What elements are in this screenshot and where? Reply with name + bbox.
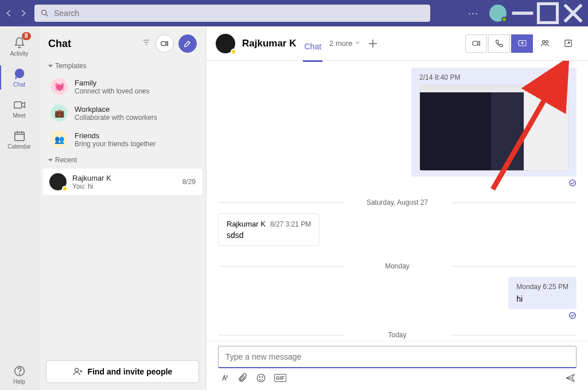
rail-activity[interactable]: 8 Activity <box>0 31 39 62</box>
format-icon[interactable] <box>219 373 229 383</box>
read-receipt-icon <box>568 311 577 322</box>
template-family[interactable]: 💓 FamilyConnect with loved ones <box>39 73 206 100</box>
tab-chat[interactable]: Chat <box>303 32 322 62</box>
chat-icon <box>13 68 26 80</box>
message-input[interactable] <box>218 346 577 368</box>
tab-more[interactable]: 2 more <box>329 39 360 48</box>
filter-button[interactable] <box>142 38 151 49</box>
status-away-icon <box>231 49 236 54</box>
presence-indicator <box>501 17 507 22</box>
svg-point-19 <box>259 377 260 378</box>
video-icon <box>472 38 481 48</box>
svg-rect-3 <box>14 102 21 108</box>
message-list: 2/14 8:40 PM Saturday, August 27 Rajkuma… <box>207 61 588 341</box>
search-icon <box>40 9 49 18</box>
profile-avatar[interactable] <box>489 5 507 22</box>
svg-point-18 <box>257 374 265 382</box>
avatar <box>216 34 235 53</box>
back-button[interactable] <box>2 6 16 20</box>
compose-area: GIF <box>207 341 588 390</box>
people-icon <box>540 38 550 48</box>
help-icon <box>13 365 26 377</box>
chevron-down-icon <box>355 40 360 46</box>
calendar-icon <box>13 130 26 142</box>
read-receipt-icon <box>568 179 577 189</box>
message-outgoing[interactable]: 2/14 8:40 PM <box>218 68 577 189</box>
video-icon <box>13 99 26 111</box>
share-screen-icon <box>517 38 527 48</box>
invite-icon <box>73 366 83 377</box>
rail-chat[interactable]: Chat <box>0 62 39 93</box>
search-box[interactable] <box>34 5 430 22</box>
popout-icon <box>563 38 573 48</box>
maximize-button[interactable] <box>535 0 560 26</box>
svg-point-2 <box>14 68 24 77</box>
svg-point-20 <box>262 377 263 378</box>
family-icon: 💓 <box>50 78 68 95</box>
find-invite-button[interactable]: Find and invite people <box>46 360 199 383</box>
svg-rect-1 <box>539 4 558 23</box>
svg-rect-4 <box>14 132 24 141</box>
chat-sidebar: Chat Templates 💓 FamilyConnect with love… <box>39 26 207 390</box>
add-tab-button[interactable] <box>367 38 379 49</box>
more-button[interactable]: ··· <box>461 0 486 26</box>
chevron-down-icon <box>48 64 53 68</box>
template-workplace[interactable]: 💼 WorkplaceCollaborate with coworkers <box>39 100 206 126</box>
close-button[interactable] <box>560 0 586 26</box>
svg-point-6 <box>19 373 20 374</box>
forward-button[interactable] <box>16 6 30 20</box>
svg-rect-7 <box>161 42 166 46</box>
conversation-pane: Rajkumar K Chat 2 more 2/14 8:40 PM <box>207 26 588 390</box>
svg-rect-9 <box>473 41 478 45</box>
workplace-icon: 💼 <box>50 104 68 122</box>
date-divider: Saturday, August 27 <box>218 198 577 206</box>
template-friends[interactable]: 👥 FriendsBring your friends together <box>39 126 206 153</box>
svg-point-12 <box>546 41 548 43</box>
gif-icon[interactable]: GIF <box>274 374 286 382</box>
message-body: hi <box>516 294 568 303</box>
svg-point-8 <box>75 368 78 372</box>
message-timestamp: 8/27 3:21 PM <box>270 220 311 228</box>
avatar <box>49 173 67 190</box>
message-body: sdsd <box>227 231 311 240</box>
sidebar-title: Chat <box>48 38 137 50</box>
message-timestamp: Monday 6:25 PM <box>516 283 568 291</box>
search-input[interactable] <box>54 9 425 18</box>
phone-icon <box>494 38 504 48</box>
video-call-button[interactable] <box>465 34 487 53</box>
message-timestamp: 2/14 8:40 PM <box>419 73 568 81</box>
rail-calendar[interactable]: Calendar <box>0 124 39 155</box>
sender-name: Rajkumar K <box>227 220 266 228</box>
meet-now-button[interactable] <box>155 34 174 53</box>
message-outgoing[interactable]: Monday 6:25 PM hi <box>218 277 577 322</box>
activity-badge: 8 <box>22 32 31 40</box>
emoji-icon[interactable] <box>256 373 266 383</box>
send-button[interactable] <box>565 373 575 383</box>
conversation-header: Rajkumar K Chat 2 more <box>207 26 588 61</box>
chat-item[interactable]: Rajkumar KYou: hi 8/29 <box>42 169 203 195</box>
chevron-down-icon <box>48 158 53 162</box>
audio-call-button[interactable] <box>488 34 510 53</box>
screen-share-button[interactable] <box>511 34 533 53</box>
minimize-button[interactable] <box>510 0 535 26</box>
svg-point-0 <box>42 10 46 15</box>
conversation-title: Rajkumar K <box>242 38 296 49</box>
svg-point-11 <box>542 41 544 43</box>
date-divider: Monday <box>218 262 577 270</box>
popout-button[interactable] <box>557 34 579 53</box>
titlebar: ··· <box>0 0 588 26</box>
app-rail: 8 Activity Chat Meet Calendar Help <box>0 26 39 390</box>
date-divider: Today <box>218 331 577 339</box>
attach-icon[interactable] <box>237 373 248 383</box>
status-away-icon <box>62 186 68 192</box>
rail-help[interactable]: Help <box>0 359 39 390</box>
image-attachment[interactable] <box>419 85 568 171</box>
rail-meet[interactable]: Meet <box>0 93 39 124</box>
compose-button[interactable] <box>178 34 197 53</box>
section-templates[interactable]: Templates <box>39 58 206 73</box>
people-button[interactable] <box>534 34 556 53</box>
section-recent[interactable]: Recent <box>39 153 206 167</box>
friends-icon: 👥 <box>50 131 68 148</box>
message-incoming[interactable]: Rajkumar K8/27 3:21 PM sdsd <box>218 213 320 246</box>
